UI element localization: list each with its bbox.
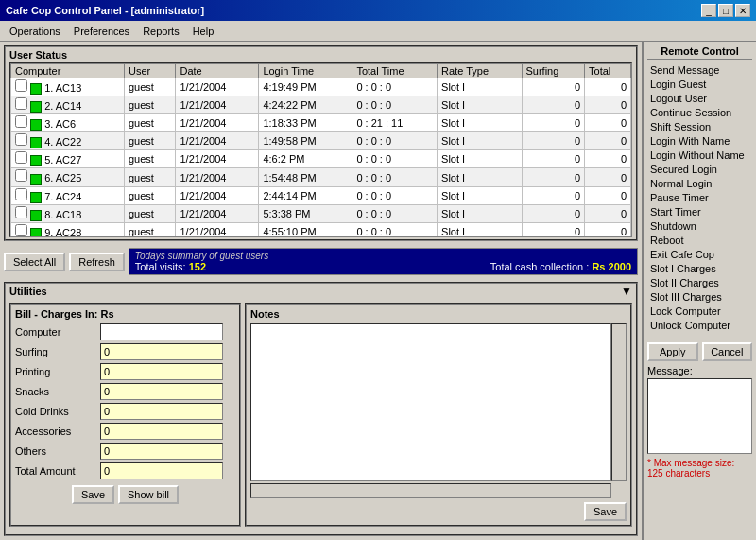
row-computer-cell: 8. AC18	[11, 204, 125, 222]
maximize-button[interactable]: □	[718, 4, 733, 17]
apply-button[interactable]: Apply	[647, 342, 698, 361]
row-date: 1/21/2004	[176, 78, 259, 96]
remote-control-button[interactable]: Reboot	[647, 234, 752, 247]
row-login-time: 4:6:2 PM	[259, 150, 352, 168]
remote-control-button[interactable]: Login With Name	[647, 134, 752, 148]
message-area: Message: * Max message size: 125 charact…	[647, 365, 752, 479]
remote-control-button[interactable]: Login Without Name	[647, 148, 752, 162]
select-all-button[interactable]: Select All	[4, 253, 65, 271]
bill-total-input[interactable]	[100, 462, 223, 479]
message-textarea[interactable]	[647, 378, 752, 454]
bill-total-label: Total Amount	[15, 465, 100, 477]
row-checkbox[interactable]	[15, 97, 27, 110]
utilities-section: Utilities ▼ Bill - Charges In: Rs Comput…	[4, 282, 638, 536]
row-checkbox[interactable]	[15, 115, 27, 128]
row-user: guest	[125, 114, 176, 132]
bill-printing-label: Printing	[15, 366, 100, 377]
cancel-button[interactable]: Cancel	[702, 342, 753, 361]
row-checkbox[interactable]	[15, 188, 27, 200]
remote-control-button[interactable]: Shift Session	[647, 120, 752, 133]
bill-snacks-row: Snacks	[15, 383, 235, 400]
row-computer-name: AC22	[56, 136, 82, 148]
row-checkbox[interactable]	[15, 224, 27, 236]
remote-control-button[interactable]: Unlock Computer	[647, 319, 752, 332]
row-checkbox[interactable]	[15, 133, 27, 146]
status-indicator	[30, 155, 42, 166]
row-num: 4.	[44, 136, 53, 148]
col-date: Date	[176, 64, 259, 78]
remote-control-button[interactable]: Continue Session	[647, 106, 752, 119]
remote-control-button[interactable]: Login Guest	[647, 78, 752, 91]
bill-printing-input[interactable]	[100, 363, 223, 380]
apply-cancel-bar: Apply Cancel	[647, 342, 752, 361]
menu-reports[interactable]: Reports	[137, 24, 185, 39]
row-rate-type: Slot I	[438, 150, 522, 168]
summary-data: Total visits: 152 Total cash collection …	[135, 261, 631, 272]
menu-preferences[interactable]: Preferences	[68, 24, 135, 39]
right-panel: Remote Control Send MessageLogin GuestLo…	[643, 42, 756, 540]
row-checkbox[interactable]	[15, 206, 27, 218]
remote-control-button[interactable]: Logout User	[647, 92, 752, 105]
row-checkbox[interactable]	[15, 151, 27, 164]
bill-save-button[interactable]: Save	[72, 485, 114, 504]
bill-accessories-input[interactable]	[100, 423, 223, 440]
bill-snacks-input[interactable]	[100, 383, 223, 400]
close-button[interactable]: ✕	[735, 4, 750, 17]
row-date: 1/21/2004	[176, 96, 259, 114]
user-table-container[interactable]: Computer User Date Login Time Total Time…	[9, 62, 632, 237]
menu-operations[interactable]: Operations	[4, 24, 66, 39]
row-total-time: 0 : 0 : 0	[352, 168, 438, 186]
minimize-button[interactable]: _	[701, 4, 716, 17]
remote-control-title: Remote Control	[647, 45, 752, 60]
remote-control-button[interactable]: Secured Login	[647, 163, 752, 176]
bill-cold-drinks-input[interactable]	[100, 403, 223, 420]
remote-control-button[interactable]: Normal Login	[647, 177, 752, 190]
row-user: guest	[125, 204, 176, 222]
status-indicator	[30, 83, 42, 95]
status-indicator	[30, 137, 42, 148]
col-rate-type: Rate Type	[438, 64, 522, 78]
row-user: guest	[125, 96, 176, 114]
row-user: guest	[125, 222, 176, 237]
remote-control-button[interactable]: Start Timer	[647, 205, 752, 218]
remote-control-button[interactable]: Slot I Charges	[647, 262, 752, 275]
row-total: 0	[585, 222, 631, 237]
cash-value: Rs 2000	[592, 261, 631, 272]
notes-textarea[interactable]	[250, 323, 611, 481]
menu-help[interactable]: Help	[187, 24, 220, 39]
row-total-time: 0 : 0 : 0	[352, 204, 438, 222]
summary-bar: Todays summary of guest users Total visi…	[129, 248, 638, 275]
row-login-time: 4:24:22 PM	[259, 96, 352, 114]
row-num: 9.	[44, 227, 53, 237]
col-user: User	[125, 64, 176, 78]
row-checkbox[interactable]	[15, 169, 27, 182]
row-surfing: 0	[522, 150, 585, 168]
bill-computer-label: Computer	[15, 326, 100, 338]
left-panel: User Status Computer User Date Login Tim…	[0, 42, 643, 540]
remote-control-button[interactable]: Exit Cafe Cop	[647, 248, 752, 261]
remote-control-button[interactable]: Slot III Charges	[647, 290, 752, 304]
bill-others-input[interactable]	[100, 443, 223, 460]
row-computer-name: AC13	[56, 82, 82, 94]
notes-scrollbar[interactable]	[611, 323, 627, 481]
row-computer-name: AC24	[56, 191, 82, 202]
show-bill-button[interactable]: Show bill	[118, 485, 179, 504]
refresh-button[interactable]: Refresh	[69, 253, 125, 271]
notes-save-button[interactable]: Save	[584, 502, 627, 521]
row-checkbox[interactable]	[15, 79, 27, 92]
row-surfing: 0	[522, 222, 585, 237]
table-row: 2. AC14 guest 1/21/2004 4:24:22 PM 0 : 0…	[11, 96, 631, 114]
menu-bar: Operations Preferences Reports Help	[0, 21, 756, 42]
remote-control-button[interactable]: Pause Timer	[647, 191, 752, 204]
bill-section: Bill - Charges In: Rs Computer Surfing P…	[9, 303, 241, 527]
remote-control-button[interactable]: Lock Computer	[647, 305, 752, 318]
row-total: 0	[585, 78, 631, 96]
remote-control-button[interactable]: Send Message	[647, 63, 752, 77]
row-num: 8.	[44, 209, 53, 220]
bill-computer-input[interactable]	[100, 323, 223, 340]
remote-control-button[interactable]: Shutdown	[647, 219, 752, 233]
remote-control-button[interactable]: Slot II Charges	[647, 276, 752, 289]
bill-surfing-input[interactable]	[100, 343, 223, 360]
total-visits-value: 152	[189, 261, 206, 272]
notes-hscrollbar[interactable]	[250, 483, 611, 498]
